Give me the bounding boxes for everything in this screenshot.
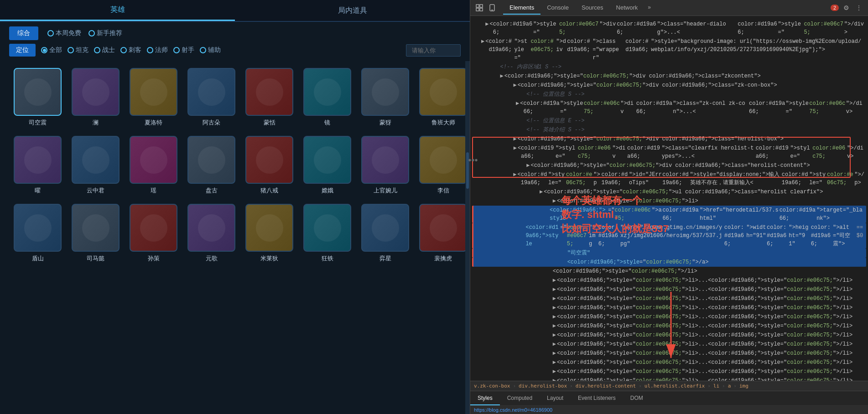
hero-card[interactable]: 盾山 (14, 204, 62, 263)
dom-line[interactable]: <!-- 位置信息 S --> (472, 90, 866, 99)
hero-card[interactable]: 蒙犽 (361, 68, 409, 127)
breadcrumb-separator: › (722, 383, 725, 389)
hero-name: 瑶 (151, 186, 156, 195)
hero-card[interactable]: 瑶 (130, 136, 177, 195)
mobile-icon[interactable] (487, 2, 498, 13)
hero-card[interactable]: 司马懿 (72, 204, 120, 263)
hero-card[interactable]: 元歌 (187, 204, 235, 263)
tab-hero[interactable]: 英雄 (0, 0, 235, 21)
dom-line[interactable]: ▶<color:#d19a66;">style="color:#e06c75;"… (472, 367, 866, 376)
hero-card[interactable]: 狂铁 (303, 204, 351, 263)
more-options-icon[interactable]: ⋮ (853, 2, 864, 13)
dom-line[interactable]: ▶<color:#d19a66;">style="color:#e06c75;"… (472, 170, 866, 187)
breadcrumb-item[interactable]: li (713, 383, 719, 389)
breadcrumb-item[interactable]: img (739, 383, 748, 389)
comprehensive-btn[interactable]: 综合 (9, 26, 38, 40)
radio-circle-warrior (94, 47, 100, 53)
svg-rect-2 (476, 8, 479, 11)
hero-name: 阿古朵 (203, 119, 220, 127)
hero-card[interactable]: 盘古 (187, 136, 235, 195)
hero-card[interactable]: 上官婉儿 (361, 136, 409, 195)
hero-card[interactable]: 云中君 (72, 136, 120, 195)
hero-card[interactable]: 裴擒虎 (419, 204, 465, 263)
hero-card[interactable]: 司空震 (14, 68, 62, 127)
radio-warrior[interactable]: 战士 (94, 46, 115, 54)
dom-line[interactable]: ▶<color:#d19a66;">style="color:#e06c75;"… (472, 99, 866, 116)
breadcrumb-item[interactable]: v.zk-con-box (474, 383, 510, 389)
dom-line[interactable]: <color:#d19a66;">style="color:#e06c75;">… (472, 267, 866, 276)
bottom-tab-styles[interactable]: Styles (470, 391, 500, 405)
hero-card[interactable]: 米莱狄 (245, 204, 293, 263)
dom-line[interactable]: ▶<color:#d19a66;">style="color:#e06c75;"… (472, 349, 866, 358)
dom-line[interactable]: ▶<color:#d19a66;">style="color:#e06c75;"… (472, 285, 866, 294)
position-btn[interactable]: 定位 (9, 44, 36, 57)
dom-line[interactable]: ▶<color:#d19a66;">style="color:#e06c75;"… (472, 294, 866, 303)
radio-newbie[interactable]: 新手推荐 (88, 29, 122, 37)
dom-line[interactable]: ▶<color:#d19a66;">style="color:#e06c75;"… (472, 161, 866, 170)
hero-card[interactable]: 李信 (419, 136, 465, 195)
bottom-tab-computed[interactable]: Computed (500, 391, 540, 405)
breadcrumb-item[interactable]: div.herolist-box (519, 383, 567, 389)
dom-line[interactable]: ▶<color:#d19a66;">style="color:#e06c75;"… (472, 20, 866, 37)
dom-line[interactable]: ▶<color:#d19a66;">style="color:#e06c75;"… (472, 331, 866, 340)
hero-card[interactable]: 澜 (72, 68, 120, 127)
radio-support[interactable]: 辅助 (200, 46, 221, 54)
search-input[interactable] (406, 44, 461, 57)
hero-card[interactable]: 阿古朵 (187, 68, 235, 127)
dom-line[interactable]: <color:#d19a66;">style="color:#e06c75;">… (472, 258, 866, 267)
scroll-bar[interactable] (465, 61, 470, 414)
radio-marksman[interactable]: 射手 (173, 46, 194, 54)
dom-line[interactable]: ▶<color:#d19a66;">style="color:#e06c75;"… (472, 37, 866, 62)
dom-line[interactable]: ▶<color:#d19a66;">style="color:#e06c75;"… (472, 303, 866, 312)
breadcrumb-item[interactable]: a (728, 383, 731, 389)
dom-line[interactable]: ▶<color:#d19a66;">style="color:#e06c75;"… (472, 144, 866, 161)
settings-icon[interactable]: ⚙ (841, 2, 852, 13)
dom-line[interactable]: <!-- 位置信息 E --> (472, 116, 866, 125)
dom-line[interactable]: <color:#d19a66;">style="color:#e06c75;">… (472, 206, 866, 223)
dom-line[interactable]: ▶<color:#d19a66;">style="color:#e06c75;"… (472, 187, 866, 197)
dom-line[interactable]: ▶<color:#d19a66;">style="color:#e06c75;"… (472, 276, 866, 285)
hero-card[interactable]: 嫦娥 (303, 136, 351, 195)
more-tabs-btn[interactable]: » (644, 1, 655, 15)
hero-card[interactable]: 孙策 (130, 204, 177, 263)
hero-card[interactable]: 镜 (303, 68, 351, 127)
hero-card[interactable]: 猪八戒 (245, 136, 293, 195)
dom-line[interactable]: ▶<color:#d19a66;">style="color:#e06c75;"… (472, 321, 866, 331)
bottom-tab-dom[interactable]: DOM (623, 391, 650, 405)
bottom-tab-event-listeners[interactable]: Event Listeners (571, 391, 623, 405)
hero-card[interactable]: 夏洛特 (130, 68, 177, 127)
radio-assassin[interactable]: 刺客 (120, 46, 141, 54)
hero-image (303, 68, 351, 116)
breadcrumb-item[interactable]: div.herolist-content (576, 383, 636, 389)
dom-line[interactable]: ▶<color:#d19a66;">style="color:#e06c75;"… (472, 358, 866, 367)
radio-tank[interactable]: 坦克 (68, 46, 88, 54)
tab-sources[interactable]: Sources (575, 1, 610, 15)
hero-card[interactable]: 蒙恬 (245, 68, 293, 127)
bottom-tab-layout[interactable]: Layout (540, 391, 571, 405)
hero-card[interactable]: 曜 (14, 136, 62, 195)
dom-line[interactable]: ▶<color:#d19a66;">style="color:#e06c75;"… (472, 81, 866, 90)
breadcrumb-item[interactable]: ul.herolist.clearfix (645, 383, 705, 389)
inspect-icon[interactable] (474, 2, 485, 13)
tab-items[interactable]: 局内道具 (235, 0, 470, 21)
tab-elements[interactable]: Elements (503, 1, 541, 15)
hero-card[interactable]: 鲁班大师 (419, 68, 465, 127)
dom-line[interactable]: <!-- 英雄介绍 S --> (472, 125, 866, 135)
radio-mage[interactable]: 法师 (147, 46, 168, 54)
dom-line[interactable]: ▶<color:#d19a66;">style="color:#e06c75;"… (472, 312, 866, 321)
dom-line[interactable]: <!-- 内容区域1 S --> (472, 62, 866, 72)
dom-line[interactable]: "司空震" (472, 248, 866, 258)
dom-line[interactable]: ▶<color:#d19a66;">style="color:#e06c75;"… (472, 376, 866, 381)
tab-network[interactable]: Network (610, 1, 645, 15)
dom-line[interactable]: ▶<color:#d19a66;">style="color:#e06c75;"… (472, 135, 866, 144)
hero-card[interactable]: 弈星 (361, 204, 409, 263)
dom-line[interactable]: ▶<color:#d19a66;">style="color:#e06c75;"… (472, 197, 866, 206)
dom-line[interactable]: <color:#d19a66;">style="color:#e06c75;">… (472, 223, 866, 248)
radio-weekly-free[interactable]: 本周免费 (47, 29, 81, 37)
dom-tree[interactable]: ▶<color:#d19a66;">style="color:#e06c75;"… (470, 16, 868, 381)
url-bar: https://blog.csdn.net/m0=46186900 (470, 405, 868, 414)
dom-line[interactable]: ▶<color:#d19a66;">style="color:#e06c75;"… (472, 340, 866, 349)
dom-line[interactable]: ▶<color:#d19a66;">style="color:#e06c75;"… (472, 72, 866, 81)
tab-console[interactable]: Console (541, 1, 575, 15)
radio-all[interactable]: 全部 (41, 46, 62, 54)
